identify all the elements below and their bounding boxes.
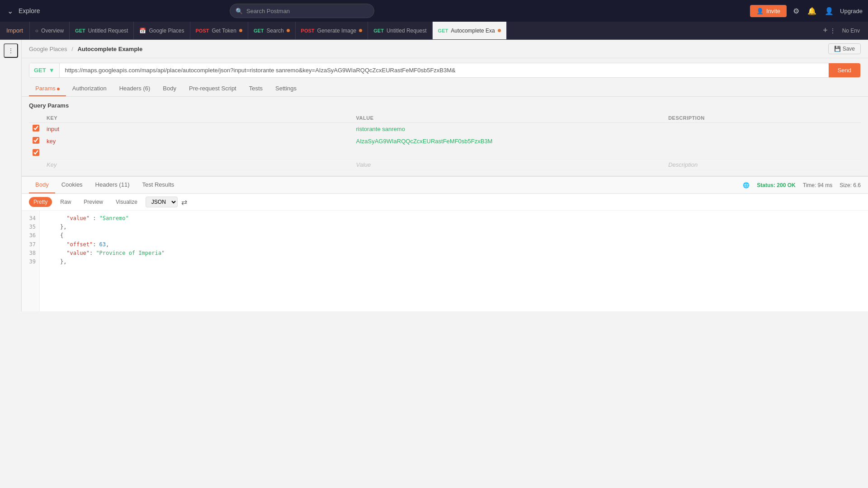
search-bar[interactable]: 🔍 Search Postman xyxy=(230,4,374,18)
no-env-label[interactable]: No Env xyxy=(838,28,864,34)
placeholder-value: Value xyxy=(356,161,371,168)
resp-tab-headers[interactable]: Headers (11) xyxy=(89,177,136,193)
breadcrumb-current: Autocomplete Example xyxy=(77,46,142,52)
import-button[interactable]: Import xyxy=(0,22,30,39)
more-tabs-button[interactable]: ⋮ xyxy=(830,27,836,34)
chevron-down-icon: ▼ xyxy=(49,67,55,74)
resp-tab-body[interactable]: Body xyxy=(29,177,55,193)
format-raw[interactable]: Raw xyxy=(56,197,75,207)
col-key: KEY xyxy=(43,113,353,123)
response-size: Size: 6.6 xyxy=(840,182,861,188)
topbar-right: 👤 Invite ⚙ 🔔 👤 Upgrade xyxy=(750,5,863,17)
row1-checkbox[interactable] xyxy=(33,125,39,131)
line-num-36: 36 xyxy=(27,231,36,240)
row3-value-input[interactable] xyxy=(356,150,661,157)
row3-checkbox[interactable] xyxy=(33,149,39,156)
unsaved-dot xyxy=(359,29,362,32)
table-row xyxy=(29,147,861,160)
save-icon: 💾 xyxy=(834,46,841,52)
add-tab-button[interactable]: + xyxy=(823,26,828,35)
col-value: VALUE xyxy=(353,113,665,123)
tab-params[interactable]: Params xyxy=(29,81,66,96)
row1-value[interactable]: ristorante sanremo xyxy=(356,126,405,132)
chevron-down-icon[interactable]: ⌄ xyxy=(5,5,15,17)
row2-value[interactable]: AIzaSyAG9WIaRQQcZcxEURastFeMF0sb5FzxB3M xyxy=(356,138,493,145)
breadcrumb: Google Places / Autocomplete Example xyxy=(29,46,142,52)
code-line-35: }, xyxy=(47,223,861,231)
request-panel: Google Places / Autocomplete Example 💾 S… xyxy=(22,40,868,311)
content-area: ⋮ Google Places / Autocomplete Example 💾… xyxy=(0,40,868,311)
notification-icon[interactable]: 🔔 xyxy=(806,5,818,17)
save-button[interactable]: 💾 Save xyxy=(828,43,861,54)
tab-pre-request[interactable]: Pre-request Script xyxy=(183,81,243,96)
tab-body[interactable]: Body xyxy=(156,81,183,96)
tab-label: Google Places xyxy=(149,28,184,34)
method-badge: POST xyxy=(196,28,209,33)
tab-untitled-request-2[interactable]: GET Untitled Request xyxy=(368,22,432,39)
format-pretty[interactable]: Pretty xyxy=(29,197,52,207)
tab-google-places[interactable]: 📅 Google Places xyxy=(134,22,190,39)
tab-generate-image[interactable]: POST Generate Image xyxy=(296,22,368,39)
search-placeholder: Search Postman xyxy=(246,8,290,14)
code-line-34: "value" : "Sanremo" xyxy=(47,214,861,223)
row3-key-input[interactable] xyxy=(47,150,349,157)
placeholder-description: Description xyxy=(668,161,698,168)
topbar: ⌄ Explore 🔍 Search Postman 👤 Invite ⚙ 🔔 … xyxy=(0,0,868,22)
params-dot xyxy=(57,88,60,90)
url-input[interactable] xyxy=(60,63,829,77)
line-num-39: 39 xyxy=(27,258,36,266)
response-icon: 🌐 xyxy=(743,182,750,188)
upgrade-button[interactable]: Upgrade xyxy=(840,8,863,14)
line-num-38: 38 xyxy=(27,249,36,258)
tabs-actions: + ⋮ No Env xyxy=(819,26,868,35)
explore-button[interactable]: Explore xyxy=(19,7,40,14)
unsaved-dot xyxy=(498,29,501,32)
overview-icon: ○ xyxy=(35,28,38,34)
line-numbers: 34 35 36 37 38 39 xyxy=(22,211,40,311)
line-num-35: 35 xyxy=(27,223,36,231)
invite-icon: 👤 xyxy=(756,8,764,14)
topbar-left: ⌄ Explore xyxy=(5,5,40,17)
row2-checkbox[interactable] xyxy=(33,137,39,144)
params-table: KEY VALUE DESCRIPTION input ristorante s… xyxy=(29,113,861,170)
tab-untitled-request-1[interactable]: GET Untitled Request xyxy=(70,22,134,39)
json-format-select[interactable]: JSON xyxy=(146,197,178,207)
code-lines: 34 35 36 37 38 39 "value" : "Sanremo" }, xyxy=(22,211,868,311)
settings-icon[interactable]: ⚙ xyxy=(791,5,801,17)
method-badge: GET xyxy=(254,28,264,33)
line-num-37: 37 xyxy=(27,240,36,249)
tab-tests[interactable]: Tests xyxy=(243,81,269,96)
tab-headers[interactable]: Headers (6) xyxy=(113,81,157,96)
tabs-bar: Import ○ Overview GET Untitled Request 📅… xyxy=(0,22,868,40)
response-tabs: Body Cookies Headers (11) Test Results 🌐… xyxy=(22,177,868,194)
avatar-icon[interactable]: 👤 xyxy=(823,5,835,17)
method-badge: POST xyxy=(301,28,315,33)
row1-key[interactable]: input xyxy=(47,126,59,132)
format-visualize[interactable]: Visualize xyxy=(111,197,142,207)
search-icon: 🔍 xyxy=(236,8,243,14)
tab-label: Search xyxy=(267,28,284,34)
tab-search[interactable]: GET Search xyxy=(248,22,296,39)
tab-get-token[interactable]: POST Get Token xyxy=(190,22,248,39)
method-select[interactable]: GET ▼ xyxy=(29,63,60,77)
tab-autocomplete-exa[interactable]: GET Autocomplete Exa xyxy=(433,22,507,39)
code-line-39: }, xyxy=(47,258,861,266)
wrap-lines-button[interactable]: ⇄ xyxy=(181,198,187,206)
send-button[interactable]: Send xyxy=(829,63,860,77)
resp-tab-test-results[interactable]: Test Results xyxy=(136,177,180,193)
resp-tab-cookies[interactable]: Cookies xyxy=(55,177,89,193)
tab-label: Get Token xyxy=(212,28,236,34)
format-preview[interactable]: Preview xyxy=(79,197,108,207)
row2-key[interactable]: key xyxy=(47,138,56,145)
tab-label: Generate Image xyxy=(317,28,357,34)
tab-overview[interactable]: ○ Overview xyxy=(30,22,70,39)
tab-label: Untitled Request xyxy=(387,28,427,34)
request-tabs: Params Authorization Headers (6) Body Pr… xyxy=(22,81,868,97)
breadcrumb-parent[interactable]: Google Places xyxy=(29,46,67,52)
breadcrumb-separator: / xyxy=(71,46,75,52)
tab-authorization[interactable]: Authorization xyxy=(66,81,113,96)
invite-button[interactable]: 👤 Invite xyxy=(750,5,787,17)
tab-settings[interactable]: Settings xyxy=(269,81,303,96)
three-dots-button[interactable]: ⋮ xyxy=(4,43,18,58)
line-num-34: 34 xyxy=(27,214,36,223)
